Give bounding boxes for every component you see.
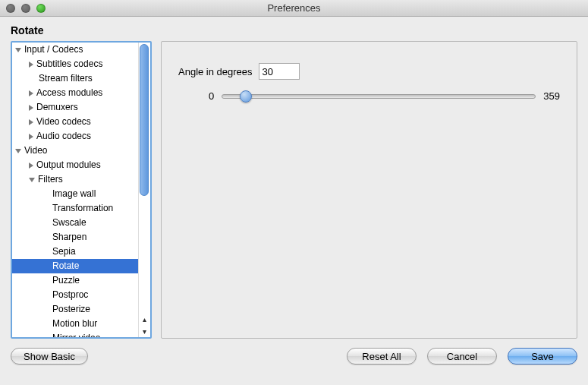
tree-item-label: Filters xyxy=(38,172,63,187)
tree-item[interactable]: Video xyxy=(12,144,138,158)
tree-item-label: Swscale xyxy=(52,216,86,230)
chevron-right-icon[interactable] xyxy=(29,163,33,169)
slider-thumb[interactable] xyxy=(240,90,252,103)
chevron-down-icon[interactable] xyxy=(15,149,21,153)
angle-input[interactable] xyxy=(259,63,300,80)
tree-item[interactable]: Input / Codecs xyxy=(12,43,138,57)
tree-item-label: Rotate xyxy=(52,259,79,273)
tree-item-label: Stream filters xyxy=(39,71,93,86)
slider-max-label: 359 xyxy=(543,90,560,102)
tree-item[interactable]: Posterize xyxy=(12,302,138,317)
angle-slider[interactable] xyxy=(222,94,536,99)
slider-min-label: 0 xyxy=(209,90,214,102)
tree-item-label: Posterize xyxy=(52,302,90,317)
angle-label: Angle in degrees xyxy=(178,66,253,77)
tree-item[interactable]: Sepia xyxy=(12,245,138,259)
tree-item-label: Image wall xyxy=(52,187,96,201)
window-titlebar: Preferences xyxy=(0,0,588,17)
tree-item[interactable]: Puzzle xyxy=(12,273,138,288)
reset-all-button[interactable]: Reset All xyxy=(347,348,417,364)
chevron-right-icon[interactable] xyxy=(29,119,33,125)
window-title: Preferences xyxy=(0,2,588,14)
tree-item-label: Audio codecs xyxy=(36,129,91,144)
tree-item[interactable]: Stream filters xyxy=(12,71,138,86)
scrollbar-thumb[interactable] xyxy=(140,44,149,196)
tree-item[interactable]: Image wall xyxy=(12,187,138,201)
tree-item[interactable]: Filters xyxy=(12,172,138,187)
tree-item[interactable]: Transformation xyxy=(12,201,138,216)
tree-item-label: Input / Codecs xyxy=(24,43,83,57)
tree-item[interactable]: Audio codecs xyxy=(12,129,138,144)
tree-item[interactable]: Output modules xyxy=(12,158,138,172)
tree-item-label: Video codecs xyxy=(36,115,91,129)
tree-item-label: Demuxers xyxy=(36,100,78,115)
tree-item-label: Output modules xyxy=(36,158,101,172)
tree-item-label: Sepia xyxy=(52,245,76,259)
tree-item-label: Sharpen xyxy=(52,230,86,245)
tree-item[interactable]: Swscale xyxy=(12,216,138,230)
tree-item-label: Video xyxy=(24,144,47,158)
tree-item[interactable]: Motion blur xyxy=(12,317,138,331)
tree-item[interactable]: Video codecs xyxy=(12,115,138,129)
tree-item[interactable]: Mirror video xyxy=(12,331,138,337)
traffic-lights xyxy=(6,4,46,13)
chevron-right-icon[interactable] xyxy=(29,105,33,111)
tree-item-label: Access modules xyxy=(36,86,102,100)
tree-item-label: Motion blur xyxy=(52,317,97,331)
settings-panel: Angle in degrees 0 359 xyxy=(161,41,577,339)
tree-item[interactable]: Access modules xyxy=(12,86,138,100)
chevron-down-icon[interactable] xyxy=(29,178,35,182)
tree-item-label: Mirror video xyxy=(52,331,100,337)
show-basic-button[interactable]: Show Basic xyxy=(11,348,88,364)
chevron-right-icon[interactable] xyxy=(29,90,33,96)
tree-item[interactable]: Subtitles codecs xyxy=(12,57,138,71)
tree-item[interactable]: Demuxers xyxy=(12,100,138,115)
close-icon[interactable] xyxy=(6,4,15,13)
tree-item-label: Transformation xyxy=(52,201,113,216)
minimize-icon[interactable] xyxy=(21,4,30,13)
chevron-right-icon[interactable] xyxy=(29,62,33,68)
scrollbar[interactable]: ▴ ▾ xyxy=(138,43,150,337)
tree-item[interactable]: Sharpen xyxy=(12,230,138,245)
preferences-tree[interactable]: Input / CodecsSubtitles codecsStream fil… xyxy=(11,41,152,339)
chevron-down-icon[interactable] xyxy=(15,48,21,52)
tree-item-label: Postproc xyxy=(52,288,88,302)
chevron-right-icon[interactable] xyxy=(29,134,33,140)
page-title: Rotate xyxy=(0,17,588,41)
scroll-down-icon[interactable]: ▾ xyxy=(139,325,151,337)
tree-item[interactable]: Postproc xyxy=(12,288,138,302)
cancel-button[interactable]: Cancel xyxy=(427,348,497,364)
tree-item[interactable]: Rotate xyxy=(12,259,138,273)
zoom-icon[interactable] xyxy=(36,4,46,13)
save-button[interactable]: Save xyxy=(508,348,577,364)
tree-item-label: Puzzle xyxy=(52,273,80,288)
scroll-up-icon[interactable]: ▴ xyxy=(139,313,151,325)
tree-item-label: Subtitles codecs xyxy=(36,57,102,71)
